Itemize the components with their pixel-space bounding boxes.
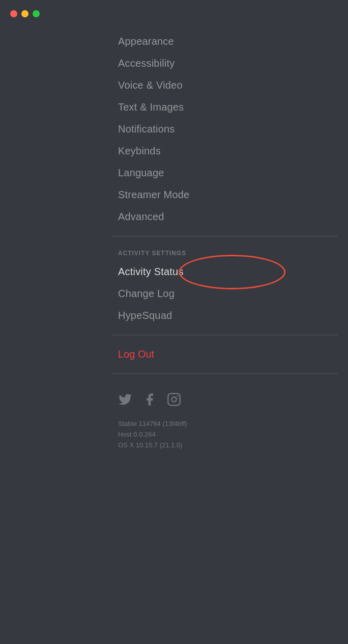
sidebar-item-appearance[interactable]: Appearance <box>112 31 348 52</box>
sidebar-item-advanced[interactable]: Advanced <box>112 206 348 228</box>
activity-settings-header: ACTIVITY SETTINGS <box>112 245 348 261</box>
sidebar-item-streamer-mode[interactable]: Streamer Mode <box>112 184 348 206</box>
facebook-icon[interactable] <box>142 392 157 407</box>
version-line-2: Host 0.0.264 <box>118 430 342 440</box>
settings-sidebar: Appearance Accessibility Voice & Video T… <box>0 0 348 452</box>
logout-button[interactable]: Log Out <box>0 343 348 365</box>
divider-footer <box>112 373 338 374</box>
version-line-1: Stable 114764 (13f4bff) <box>118 419 342 430</box>
version-line-3: OS X 10.15.7 (21.1.0) <box>118 440 342 451</box>
instagram-icon[interactable] <box>167 392 181 407</box>
sidebar-item-hypesquad-wrapper: HypeSquad <box>112 305 348 327</box>
sidebar-item-hypesquad[interactable]: HypeSquad <box>112 305 348 327</box>
svg-rect-0 <box>168 393 180 405</box>
twitter-icon[interactable] <box>118 392 132 407</box>
close-button[interactable] <box>10 10 17 17</box>
sidebar-item-text-images[interactable]: Text & Images <box>112 96 348 118</box>
sidebar-item-change-log[interactable]: Change Log <box>112 283 348 305</box>
sidebar-item-language[interactable]: Language <box>112 162 348 184</box>
window-controls <box>0 0 50 22</box>
sidebar-item-keybinds[interactable]: Keybinds <box>112 140 348 162</box>
minimize-button[interactable] <box>21 10 28 17</box>
social-icons-group <box>112 382 348 417</box>
sidebar-item-notifications[interactable]: Notifications <box>112 118 348 140</box>
sidebar-item-accessibility[interactable]: Accessibility <box>112 52 348 74</box>
nav-list: Appearance Accessibility Voice & Video T… <box>0 0 348 228</box>
version-info: Stable 114764 (13f4bff) Host 0.0.264 OS … <box>112 417 348 452</box>
divider-logout <box>112 335 338 335</box>
activity-status-wrapper: Activity Status <box>112 261 348 283</box>
sidebar-item-change-log-wrapper: Change Log <box>112 283 348 305</box>
maximize-button[interactable] <box>33 10 40 17</box>
sidebar-item-voice-video[interactable]: Voice & Video <box>112 74 348 96</box>
sidebar-item-activity-status[interactable]: Activity Status <box>112 261 348 283</box>
divider-activity <box>112 236 338 236</box>
